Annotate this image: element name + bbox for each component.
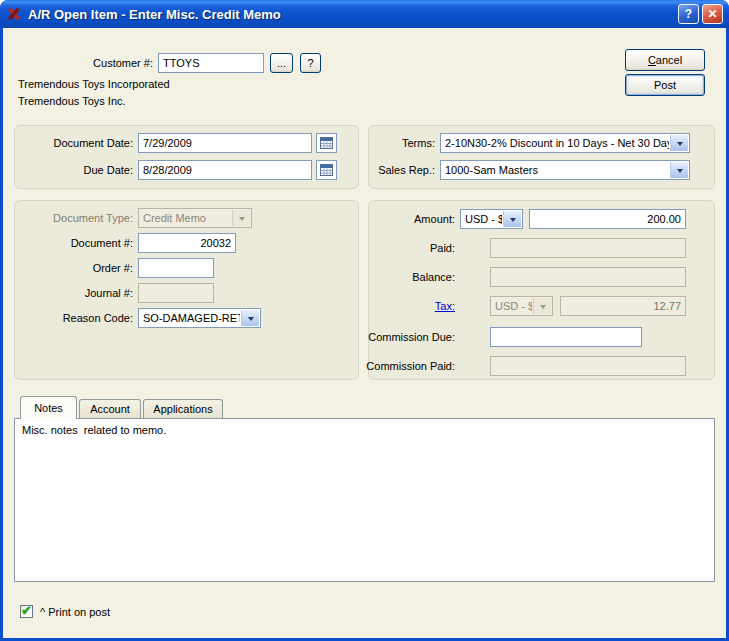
chevron-down-icon	[241, 310, 259, 326]
document-date-input[interactable]	[138, 133, 312, 153]
document-type-select: Credit Memo	[138, 208, 252, 228]
window-close-button[interactable]: ✕	[702, 4, 723, 24]
check-icon: ✔	[21, 603, 32, 618]
app-icon	[6, 6, 22, 22]
commission-paid-label: Commission Paid:	[333, 356, 455, 376]
commission-due-input[interactable]	[490, 327, 642, 347]
paid-label: Paid:	[333, 238, 455, 258]
chevron-down-icon	[670, 162, 688, 178]
window-help-button[interactable]: ?	[678, 4, 699, 24]
customer-number-input[interactable]	[158, 53, 264, 73]
tab-account[interactable]: Account	[79, 399, 141, 418]
cancel-button[interactable]: Cancel	[625, 49, 705, 71]
reason-code-label: Reason Code:	[13, 308, 133, 328]
order-number-label: Order #:	[13, 258, 133, 278]
paid-input	[490, 238, 686, 258]
tax-link[interactable]: Tax:	[435, 300, 455, 312]
dialog-body: Customer #: ... ? Cancel Post Tremendous…	[3, 28, 726, 638]
notes-text: Misc. notes related to memo.	[22, 424, 707, 436]
tax-amount-input	[560, 296, 686, 316]
window-title: A/R Open Item - Enter Misc. Credit Memo	[28, 7, 675, 22]
document-date-calendar-icon[interactable]	[316, 133, 337, 153]
document-number-label: Document #:	[13, 233, 133, 253]
sales-rep-label: Sales Rep.:	[335, 160, 435, 180]
commission-paid-input	[490, 356, 686, 376]
due-date-calendar-icon[interactable]	[316, 160, 337, 180]
tax-currency-select: USD - $	[490, 296, 553, 316]
chevron-down-icon	[533, 298, 551, 314]
tab-applications[interactable]: Applications	[143, 399, 223, 418]
chevron-down-icon	[503, 211, 521, 227]
chevron-down-icon	[670, 135, 688, 151]
customer-name-line2: Tremendous Toys Inc.	[18, 94, 126, 109]
customer-number-label: Customer #:	[3, 53, 153, 73]
tab-notes[interactable]: Notes	[20, 396, 77, 419]
customer-help-button[interactable]: ?	[300, 53, 321, 73]
post-button[interactable]: Post	[625, 74, 705, 96]
dialog-window: A/R Open Item - Enter Misc. Credit Memo …	[0, 0, 729, 641]
order-number-input[interactable]	[138, 258, 214, 278]
commission-due-label: Commission Due:	[333, 327, 455, 347]
balance-label: Balance:	[333, 267, 455, 287]
amount-currency-select[interactable]: USD - $	[460, 209, 523, 229]
title-bar: A/R Open Item - Enter Misc. Credit Memo …	[0, 0, 729, 28]
customer-name-line1: Tremendous Toys Incorporated	[18, 77, 170, 92]
amount-label: Amount:	[333, 209, 455, 229]
amount-input[interactable]	[529, 209, 686, 229]
sales-rep-select[interactable]: 1000-Sam Masters	[440, 160, 690, 180]
document-date-label: Document Date:	[28, 133, 133, 153]
journal-number-input	[138, 283, 214, 303]
print-on-post-checkbox[interactable]: ✔	[20, 605, 33, 618]
balance-input	[490, 267, 686, 287]
tax-label: Tax:	[333, 296, 455, 316]
reason-code-select[interactable]: SO-DAMAGED-RETURNED-	[138, 308, 261, 328]
document-type-label: Document Type:	[13, 208, 133, 228]
print-on-post-label: ^ Print on post	[40, 605, 110, 620]
customer-browse-button[interactable]: ...	[270, 53, 293, 73]
document-number-input[interactable]	[138, 233, 236, 253]
terms-select[interactable]: 2-10N30-2% Discount in 10 Days - Net 30 …	[440, 133, 690, 153]
notes-textarea[interactable]: Misc. notes related to memo.	[14, 418, 715, 582]
due-date-label: Due Date:	[28, 160, 133, 180]
journal-number-label: Journal #:	[13, 283, 133, 303]
chevron-down-icon	[232, 210, 250, 226]
terms-label: Terms:	[335, 133, 435, 153]
due-date-input[interactable]	[138, 160, 312, 180]
